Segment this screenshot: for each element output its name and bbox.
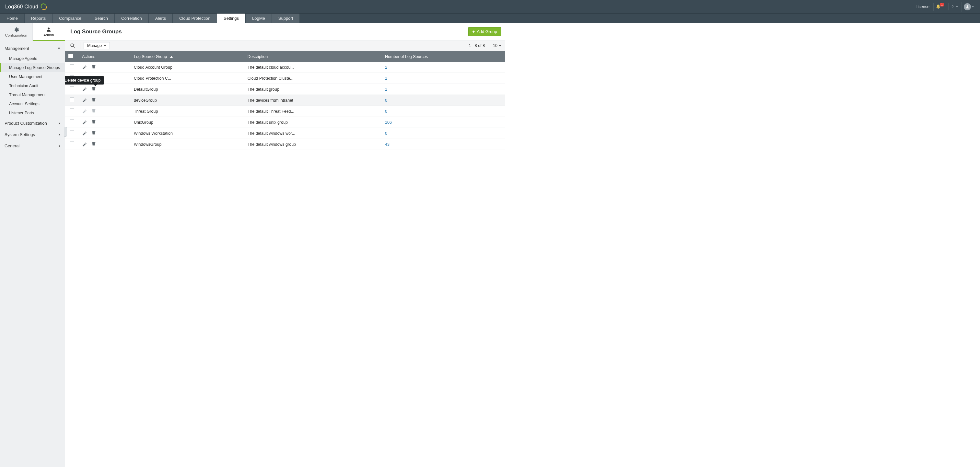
svg-text:?: ? [951, 5, 954, 9]
page-size-dropdown[interactable]: 10 [489, 43, 501, 48]
cell-group: Threat Group [130, 106, 244, 117]
delete-icon[interactable] [91, 121, 96, 125]
sidebar-item-technician-audit[interactable]: Technician Audit [0, 81, 65, 91]
manage-dropdown[interactable]: Manage [84, 42, 110, 49]
row-checkbox[interactable] [70, 97, 74, 102]
delete-icon[interactable] [91, 88, 96, 92]
nav-tab-logme[interactable]: LogMe [246, 14, 272, 23]
table-row: Cloud Account GroupThe default cloud acc… [65, 62, 505, 73]
sidebar-section-system-settings[interactable]: System Settings [0, 129, 65, 140]
notifications-button[interactable]: 1 [933, 3, 947, 11]
delete-icon[interactable] [91, 132, 96, 137]
delete-icon[interactable] [91, 66, 96, 70]
nav-tab-correlation[interactable]: Correlation [115, 14, 149, 23]
sidebar-section-label: Management [5, 46, 29, 51]
svg-point-1 [71, 44, 73, 47]
sidebar-item-listener-ports[interactable]: Listener Ports [0, 108, 65, 118]
row-checkbox[interactable] [70, 64, 74, 69]
nav-tab-alerts[interactable]: Alerts [149, 14, 173, 23]
sidebar-section-management[interactable]: Management [0, 43, 65, 54]
cell-description: The default Threat Feed... [244, 106, 382, 117]
brand: Log360 Cloud [5, 3, 47, 10]
column-header-count[interactable]: Number of Log Sources [382, 51, 505, 62]
add-group-label: Add Group [477, 29, 497, 34]
chevron-down-icon [499, 45, 501, 47]
sidebar-item-manage-agents[interactable]: Manage Agents [0, 54, 65, 63]
user-menu[interactable] [961, 2, 976, 12]
help-menu[interactable]: ? [948, 3, 960, 10]
gear-icon [13, 27, 19, 33]
cell-group: WindowsGroup [130, 139, 244, 150]
content-shell: Configuration Admin ManagementManage Age… [0, 23, 980, 467]
cell-group: Windows Workstation [130, 128, 244, 139]
nav-tab-reports[interactable]: Reports [25, 14, 53, 23]
nav-tab-compliance[interactable]: Compliance [52, 14, 88, 23]
select-all-checkbox[interactable] [68, 54, 73, 58]
chevron-down-icon [956, 6, 958, 8]
cell-group: Cloud Protection C... [130, 73, 244, 84]
sidebar-item-manage-log-source-groups[interactable]: Manage Log Source Groups [0, 63, 65, 72]
column-header-checkbox[interactable] [65, 51, 79, 62]
row-checkbox[interactable] [70, 141, 74, 146]
settings-subtabs: Configuration Admin [0, 23, 65, 41]
edit-icon [82, 109, 87, 114]
sidebar-section-general[interactable]: General [0, 140, 65, 152]
cell-group: deviceGroup [130, 95, 244, 106]
nav-tab-settings[interactable]: Settings [217, 14, 246, 23]
left-column: Configuration Admin ManagementManage Age… [0, 23, 65, 467]
add-group-button[interactable]: + Add Group [468, 27, 501, 36]
table-row: deviceGroupThe devices from intranet0 [65, 95, 505, 106]
edit-icon[interactable] [82, 98, 87, 103]
edit-icon[interactable] [82, 142, 87, 147]
edit-icon[interactable] [82, 87, 87, 92]
subtab-admin-label: Admin [43, 33, 54, 37]
nav-tab-search[interactable]: Search [88, 14, 115, 23]
row-checkbox[interactable] [70, 86, 74, 91]
delete-icon[interactable] [91, 143, 96, 147]
log-source-count-link[interactable]: 0 [385, 98, 387, 103]
log-source-count-link[interactable]: 0 [385, 109, 387, 114]
table-row: Windows WorkstationThe default windows w… [65, 128, 505, 139]
chevron-right-icon [59, 122, 60, 125]
nav-tab-cloud-protection[interactable]: Cloud Protection [173, 14, 217, 23]
cell-description: The default group [244, 84, 382, 95]
sidebar-section-product-customization[interactable]: Product Customization [0, 118, 65, 129]
sidebar-item-account-settings[interactable]: Account Settings [0, 99, 65, 108]
toolbar: Manage 1 - 8 of 8 10 [65, 40, 505, 51]
sidebar-section-label: Product Customization [5, 121, 47, 125]
toolbar-left: Manage [68, 42, 110, 49]
help-icon: ? [950, 5, 955, 9]
nav-tab-home[interactable]: Home [0, 14, 25, 23]
row-checkbox[interactable] [70, 108, 74, 113]
sidebar-item-user-management[interactable]: User Management [0, 72, 65, 81]
log-source-count-link[interactable]: 2 [385, 65, 387, 70]
log-source-count-link[interactable]: 1 [385, 76, 387, 81]
chevron-down-icon [972, 6, 974, 8]
admin-icon [46, 27, 51, 32]
nav-tab-support[interactable]: Support [272, 14, 300, 23]
cell-description: Cloud Protection Cluste... [244, 73, 382, 84]
topbar: Log360 Cloud License 1 ? [0, 0, 980, 13]
log-source-count-link[interactable]: 1 [385, 87, 387, 92]
column-header-group[interactable]: Log Source Group [130, 51, 244, 62]
edit-icon[interactable] [82, 65, 87, 70]
delete-icon[interactable] [91, 99, 96, 103]
subtab-configuration[interactable]: Configuration [0, 23, 33, 41]
log-source-count-link[interactable]: 43 [385, 142, 390, 147]
table-row: Threat GroupThe default Threat Feed...0 [65, 106, 505, 117]
column-header-description[interactable]: Description [244, 51, 382, 62]
row-checkbox[interactable] [70, 119, 74, 124]
sidebar-item-threat-management[interactable]: Threat Management [0, 91, 65, 99]
search-button[interactable] [68, 42, 77, 49]
log-source-count-link[interactable]: 0 [385, 131, 387, 136]
sort-asc-icon [170, 56, 173, 58]
right-blank-area [505, 23, 980, 467]
log-source-groups-table: Actions Log Source Group Description Num… [65, 51, 505, 150]
edit-icon[interactable] [82, 120, 87, 125]
edit-icon[interactable] [82, 131, 87, 136]
sidebar-collapse-handle[interactable] [64, 127, 67, 137]
row-checkbox[interactable] [70, 130, 74, 135]
log-source-count-link[interactable]: 106 [385, 120, 392, 125]
subtab-admin[interactable]: Admin [33, 23, 65, 41]
license-link[interactable]: License [913, 3, 932, 10]
